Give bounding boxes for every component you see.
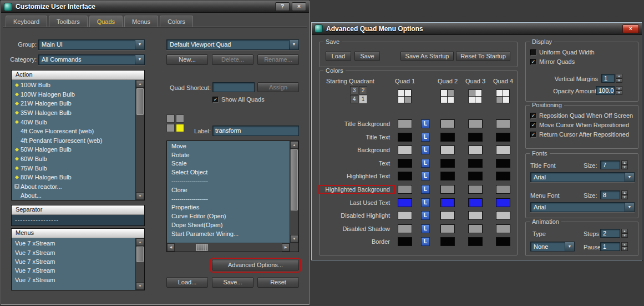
checkmark-icon[interactable]: ✓ [212, 97, 219, 103]
load-button[interactable]: Load... [166, 277, 208, 288]
chevron-down-icon[interactable]: ▼ [135, 40, 144, 49]
vertical-scrollbar[interactable]: ▲ ▼ [135, 238, 144, 290]
scrollbar-thumb[interactable] [196, 244, 208, 251]
list-item[interactable]: Dope Sheet(Open) [167, 220, 290, 229]
scroll-left-icon[interactable]: ◀ [167, 243, 175, 252]
lock-button[interactable]: L [421, 185, 430, 194]
return-cursor-checkbox[interactable]: ✓ Return Cursor After Repositioned [530, 131, 629, 138]
category-dropdown[interactable]: All Commands ▼ [38, 54, 145, 65]
delete-button[interactable]: Delete... [212, 54, 253, 65]
viewport-quad-dropdown[interactable]: Default Viewport Quad ▼ [166, 39, 299, 50]
list-item[interactable]: 35W Halogen Bulb [12, 108, 135, 118]
list-item[interactable]: About... [12, 191, 135, 200]
checkmark-icon[interactable]: ✓ [530, 122, 536, 128]
quad2-color-swatch[interactable] [440, 237, 455, 246]
list-item[interactable]: 21W Halogen Bulb [12, 99, 135, 108]
animation-type-dropdown[interactable]: None ▼ [530, 242, 575, 252]
spinner-up-icon[interactable]: ▲ [621, 160, 628, 165]
quad4-color-swatch[interactable] [496, 172, 510, 180]
reset-to-startup-button[interactable]: Reset To Startup [456, 51, 510, 61]
spinner-up-icon[interactable]: ▲ [621, 190, 628, 195]
list-item[interactable]: Move [167, 142, 290, 151]
scrollbar-thumb[interactable] [136, 247, 144, 262]
load-button[interactable]: Load [326, 51, 351, 61]
scroll-up-icon[interactable]: ▲ [290, 141, 298, 149]
quad3-color-swatch[interactable] [468, 237, 483, 246]
list-item[interactable]: 100W Halogen Bulb [12, 90, 135, 99]
scroll-down-icon[interactable]: ▼ [290, 235, 298, 243]
list-item[interactable]: Vue 7 xStream [12, 239, 135, 248]
checkmark-icon[interactable]: ✓ [530, 59, 536, 65]
mirror-quads-checkbox[interactable]: ✓ Mirror Quads [530, 58, 575, 65]
quad4-color-swatch[interactable] [496, 198, 510, 207]
lock-button[interactable]: L [421, 159, 430, 168]
list-item[interactable]: Properties [167, 203, 290, 212]
quadrant-cell-1-selected[interactable] [176, 124, 184, 132]
quad4-color-swatch[interactable] [496, 185, 510, 194]
list-item[interactable]: Start Parameter Wiring... [167, 229, 290, 238]
quad4-color-swatch[interactable] [496, 119, 510, 128]
quad3-color-swatch[interactable] [468, 224, 483, 233]
checkmark-icon[interactable]: ✓ [530, 132, 536, 138]
quad3-color-swatch[interactable] [468, 133, 483, 142]
quadrant-number-2[interactable]: 2 [359, 86, 367, 94]
quad1-color-swatch[interactable] [398, 119, 412, 128]
quad2-color-swatch[interactable] [440, 172, 455, 180]
close-button[interactable]: × [622, 24, 639, 33]
list-item[interactable]: Curve Editor (Open) [167, 212, 290, 220]
quad4-color-swatch[interactable] [496, 146, 510, 154]
list-item[interactable]: Rotate [167, 151, 290, 159]
spinner-down-icon[interactable]: ▼ [616, 78, 622, 83]
list-item[interactable]: 4ft Cove Fluorescent (web) [12, 127, 135, 136]
quad3-color-swatch[interactable] [468, 159, 483, 168]
quad2-color-swatch[interactable] [440, 159, 455, 168]
horizontal-scrollbar[interactable]: ◀ ▶ [167, 243, 298, 252]
title-font-size-input[interactable]: 7 [600, 160, 620, 169]
quadrant-number-3[interactable]: 3 [350, 86, 358, 94]
quad4-color-swatch[interactable] [496, 211, 510, 220]
spinner-up-icon[interactable]: ▲ [616, 86, 622, 91]
spinner-down-icon[interactable]: ▼ [616, 91, 622, 95]
tab-toolbars[interactable]: Toolbars [49, 16, 88, 27]
quad4-color-swatch[interactable] [496, 224, 510, 233]
menu-font-dropdown[interactable]: Arial ▼ [530, 202, 635, 212]
quad1-color-swatch[interactable] [398, 224, 412, 233]
spinner-up-icon[interactable]: ▲ [621, 242, 628, 247]
list-item[interactable]: 75W Bulb [12, 163, 135, 173]
scroll-right-icon[interactable]: ▶ [282, 243, 290, 252]
chevron-down-icon[interactable]: ▼ [625, 173, 634, 182]
quad2-color-swatch[interactable] [440, 119, 455, 128]
list-item[interactable]: Clone [167, 185, 290, 194]
scroll-up-icon[interactable]: ▲ [136, 238, 144, 246]
list-item[interactable]: Vue 7 xStream [12, 248, 135, 257]
save-as-startup-button[interactable]: Save As Startup [400, 51, 454, 61]
spinner-up-icon[interactable]: ▲ [621, 229, 628, 233]
lock-button[interactable]: L [421, 198, 430, 207]
quad3-color-swatch[interactable] [468, 198, 483, 207]
quad1-color-swatch[interactable] [398, 237, 412, 246]
quad3-color-swatch[interactable] [468, 146, 483, 154]
lock-button[interactable]: L [421, 172, 430, 180]
list-item[interactable]: 80W Halogen Bulb [12, 173, 135, 182]
checkmark-icon[interactable]: ✓ [530, 113, 536, 119]
chevron-down-icon[interactable]: ▼ [289, 40, 298, 49]
close-button[interactable]: × [292, 2, 306, 11]
save-button[interactable]: Save... [212, 277, 253, 288]
list-item[interactable]: Vue 7 xStream [12, 257, 135, 266]
lock-button[interactable]: L [421, 133, 430, 142]
quad2-color-swatch[interactable] [440, 146, 455, 154]
separator-item[interactable]: ----------------- [12, 215, 144, 225]
list-item[interactable]: 100W Bulb [12, 81, 135, 90]
tab-colors[interactable]: Colors [160, 16, 193, 27]
vertical-scrollbar[interactable]: ▲ ▼ [290, 141, 298, 243]
vertical-margins-input[interactable]: 1 [601, 74, 615, 83]
quad1-color-swatch[interactable] [398, 159, 412, 168]
tab-keyboard[interactable]: Keyboard [6, 16, 47, 27]
quadrant-cell-2[interactable] [176, 114, 184, 123]
chevron-down-icon[interactable]: ▼ [135, 55, 144, 64]
pause-input[interactable]: 1 [600, 242, 620, 251]
quadrant-cell-4[interactable] [166, 124, 175, 132]
list-separator[interactable]: ------------------ [167, 194, 290, 203]
tab-menus[interactable]: Menus [124, 16, 158, 27]
quad3-color-swatch[interactable] [468, 211, 483, 220]
